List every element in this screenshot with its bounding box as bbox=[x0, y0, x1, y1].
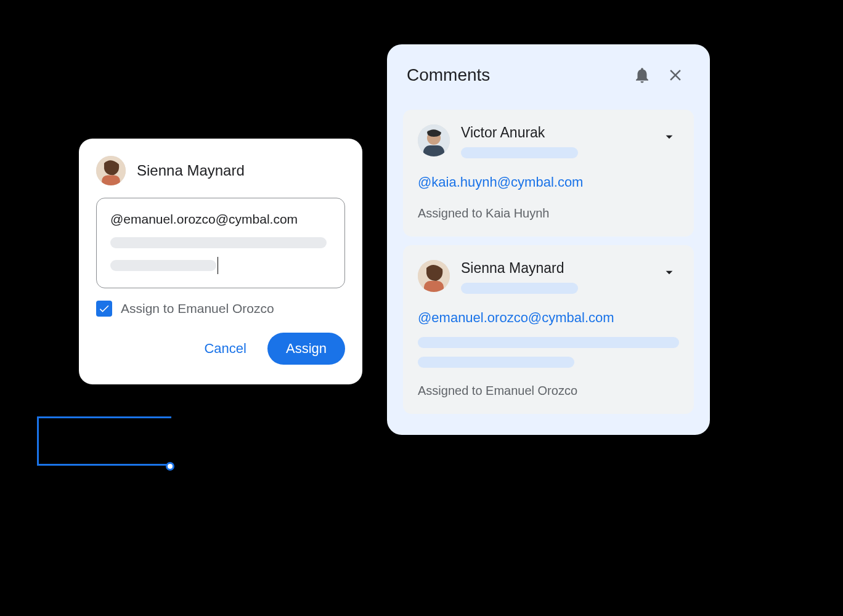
comments-header: Comments bbox=[403, 62, 694, 101]
avatar bbox=[96, 156, 126, 185]
chevron-down-icon bbox=[661, 129, 677, 145]
placeholder-line bbox=[110, 260, 216, 271]
cancel-button[interactable]: Cancel bbox=[200, 336, 250, 362]
comments-panel: Comments Victor Anurak @kaia.huynh@cymba… bbox=[387, 44, 710, 435]
assign-button[interactable]: Assign bbox=[267, 333, 345, 365]
check-icon bbox=[98, 302, 110, 315]
bell-icon bbox=[633, 66, 651, 84]
chevron-down-icon bbox=[661, 264, 677, 280]
avatar bbox=[418, 124, 450, 156]
placeholder-line bbox=[110, 237, 327, 248]
comment-author-name: Victor Anurak bbox=[461, 124, 648, 141]
compose-author-name: Sienna Maynard bbox=[137, 162, 245, 179]
close-button[interactable] bbox=[663, 63, 688, 87]
assigned-to-line: Assigned to Kaia Huynh bbox=[418, 206, 679, 221]
comment-mention[interactable]: @emanuel.orozco@cymbal.com bbox=[418, 310, 679, 326]
selection-frame bbox=[37, 416, 171, 466]
svg-rect-3 bbox=[102, 175, 120, 185]
comments-title: Comments bbox=[407, 65, 621, 85]
comment-mention: @emanuel.orozco@cymbal.com bbox=[110, 211, 331, 227]
svg-rect-7 bbox=[423, 145, 444, 156]
assign-checkbox[interactable] bbox=[96, 301, 112, 317]
svg-rect-11 bbox=[424, 281, 444, 292]
placeholder-line bbox=[418, 337, 679, 348]
comment-card[interactable]: Sienna Maynard @emanuel.orozco@cymbal.co… bbox=[403, 245, 694, 414]
comment-card[interactable]: Victor Anurak @kaia.huynh@cymbal.com Ass… bbox=[403, 110, 694, 237]
avatar bbox=[418, 260, 450, 292]
comment-mention[interactable]: @kaia.huynh@cymbal.com bbox=[418, 174, 679, 190]
assigned-to-line: Assigned to Emanuel Orozco bbox=[418, 384, 679, 398]
placeholder-line bbox=[418, 357, 574, 368]
placeholder-line bbox=[461, 283, 578, 294]
text-cursor bbox=[218, 257, 219, 274]
expand-button[interactable] bbox=[659, 127, 679, 147]
notifications-button[interactable] bbox=[630, 63, 654, 87]
close-icon bbox=[666, 66, 685, 84]
selection-handle[interactable] bbox=[166, 462, 174, 471]
compose-comment-card: Sienna Maynard @emanuel.orozco@cymbal.co… bbox=[79, 139, 362, 384]
expand-button[interactable] bbox=[659, 262, 679, 282]
placeholder-line bbox=[461, 147, 578, 158]
assign-checkbox-label: Assign to Emanuel Orozco bbox=[121, 301, 274, 316]
comment-author-name: Sienna Maynard bbox=[461, 260, 648, 277]
comment-input[interactable]: @emanuel.orozco@cymbal.com bbox=[96, 198, 345, 288]
